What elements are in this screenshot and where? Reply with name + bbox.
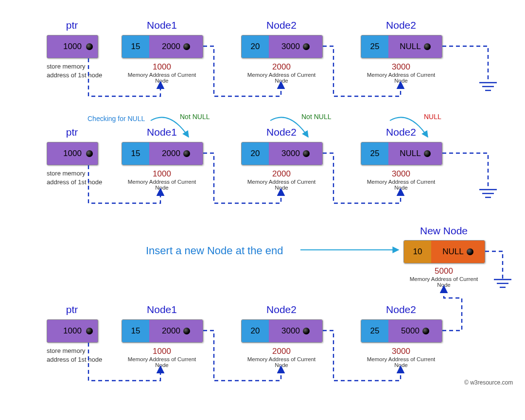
node-box-r1-0: 15 2000 bbox=[122, 35, 203, 58]
memcap-r3-0: Memory Address of Current Node bbox=[122, 356, 202, 368]
ptr-value-r1: 1000 bbox=[63, 42, 82, 52]
copyright-text: © w3resource.com bbox=[464, 379, 513, 386]
node-data: 25 bbox=[361, 320, 388, 342]
node-data: 15 bbox=[122, 142, 149, 165]
node-box-r1-1: 20 3000 bbox=[241, 35, 323, 58]
node-ptr-val: 3000 bbox=[281, 326, 300, 336]
memcap-r1-2: Memory Address of Current Node bbox=[361, 72, 441, 84]
dot-icon bbox=[183, 150, 190, 157]
dot-icon bbox=[303, 328, 310, 334]
memcap-new: Memory Address of Current Node bbox=[403, 276, 484, 288]
node-box-r2-1: 20 3000 bbox=[241, 142, 323, 165]
dot-icon bbox=[422, 328, 429, 334]
node-ptr: 2000 bbox=[149, 320, 203, 342]
node-addr-r3-2: 3000 bbox=[361, 347, 441, 356]
node-ptr-val: 2000 bbox=[162, 42, 180, 52]
dot-icon bbox=[424, 43, 431, 50]
node-ptr-val: 3000 bbox=[281, 149, 300, 158]
node-ptr: NULL bbox=[431, 241, 485, 263]
node-data: 15 bbox=[122, 35, 149, 58]
node-addr-r1-2: 3000 bbox=[361, 62, 441, 72]
ptr-label-r3: ptr bbox=[52, 304, 91, 315]
node-box-r3-0: 15 2000 bbox=[122, 319, 203, 343]
node-ptr: 5000 bbox=[388, 320, 442, 342]
notnull-label-1: Not NULL bbox=[301, 113, 331, 121]
node-data: 20 bbox=[242, 320, 269, 342]
node2-title-r3: Node2 bbox=[241, 304, 322, 315]
node-addr-r1-0: 1000 bbox=[122, 62, 202, 72]
ptr-value-r2: 1000 bbox=[63, 149, 82, 158]
node-box-r1-2: 25 NULL bbox=[361, 35, 442, 58]
node-ptr-val: NULL bbox=[442, 247, 463, 257]
node-data: 25 bbox=[361, 35, 388, 58]
memcap-r2-2: Memory Address of Current Node bbox=[361, 179, 441, 191]
node-ptr-val: 2000 bbox=[162, 326, 180, 336]
node-ptr-val: 3000 bbox=[281, 42, 300, 52]
node-box-r2-0: 15 2000 bbox=[122, 142, 203, 165]
memcap-r3-1: Memory Address of Current Node bbox=[241, 356, 322, 368]
node3-title-r3: Node2 bbox=[361, 304, 441, 315]
ptr-value-r3: 1000 bbox=[63, 326, 82, 336]
node-ptr-val: 2000 bbox=[162, 149, 180, 158]
node-ptr-val: NULL bbox=[400, 149, 420, 158]
node-ptr: 3000 bbox=[269, 35, 322, 58]
null-label: NULL bbox=[424, 113, 441, 121]
node-ptr: 2000 bbox=[149, 35, 203, 58]
dot-icon bbox=[86, 328, 93, 334]
notnull-label-0: Not NULL bbox=[180, 113, 210, 121]
dot-icon bbox=[303, 150, 310, 157]
node-ptr: 3000 bbox=[269, 320, 322, 342]
ptr-box-r1: 1000 bbox=[47, 35, 98, 58]
memcap-r3-2: Memory Address of Current Node bbox=[361, 356, 441, 368]
dot-icon bbox=[467, 248, 473, 255]
ptr-box-r3: 1000 bbox=[47, 319, 98, 343]
ptr-caption-r3: store memory address of 1st node bbox=[47, 347, 105, 364]
node-ptr-val: NULL bbox=[400, 42, 420, 52]
node-ptr: 3000 bbox=[269, 142, 322, 165]
dot-icon bbox=[183, 43, 190, 50]
newnode-addr: 5000 bbox=[403, 266, 484, 276]
node-addr-r2-2: 3000 bbox=[361, 169, 441, 179]
memcap-r2-1: Memory Address of Current Node bbox=[241, 179, 322, 191]
dot-icon bbox=[86, 43, 93, 50]
node3-title-r1: Node2 bbox=[361, 19, 441, 31]
newnode-title: New Node bbox=[403, 225, 484, 237]
ptr-box-r2: 1000 bbox=[47, 142, 98, 165]
dot-icon bbox=[183, 328, 190, 334]
node-data: 20 bbox=[242, 142, 269, 165]
node-addr-r3-0: 1000 bbox=[122, 347, 202, 356]
ptr-label-r1: ptr bbox=[52, 19, 91, 31]
newnode-box: 10 NULL bbox=[403, 240, 485, 263]
node-data: 25 bbox=[361, 142, 388, 165]
ptr-caption-r2: store memory address of 1st node bbox=[47, 169, 105, 187]
node2-title-r2: Node2 bbox=[241, 126, 322, 138]
node-addr-r3-1: 2000 bbox=[241, 347, 322, 356]
node-addr-r2-0: 1000 bbox=[122, 169, 202, 179]
checking-label: Checking for NULL bbox=[88, 115, 145, 122]
dot-icon bbox=[303, 43, 310, 50]
dot-icon bbox=[86, 150, 93, 157]
node-box-r3-2: 25 5000 bbox=[361, 319, 442, 343]
node-addr-r1-1: 2000 bbox=[241, 62, 322, 72]
node1-title-r2: Node1 bbox=[122, 126, 202, 138]
node-ptr: NULL bbox=[388, 35, 442, 58]
node-box-r3-1: 20 3000 bbox=[241, 319, 323, 343]
memcap-r1-1: Memory Address of Current Node bbox=[241, 72, 322, 84]
node1-title-r3: Node1 bbox=[122, 304, 202, 315]
dot-icon bbox=[424, 150, 431, 157]
node3-title-r2: Node2 bbox=[361, 126, 441, 138]
insert-text: Insert a new Node at the end bbox=[146, 245, 283, 257]
ptr-caption-r1: store memory address of 1st node bbox=[47, 62, 105, 80]
ptr-label-r2: ptr bbox=[52, 126, 91, 138]
node1-title-r1: Node1 bbox=[122, 19, 202, 31]
node-ptr-val: 5000 bbox=[401, 326, 420, 336]
node-data: 15 bbox=[122, 320, 149, 342]
node-data: 20 bbox=[242, 35, 269, 58]
node-box-r2-2: 25 NULL bbox=[361, 142, 442, 165]
node2-title-r1: Node2 bbox=[241, 19, 322, 31]
memcap-r1-0: Memory Address of Current Node bbox=[122, 72, 202, 84]
memcap-r2-0: Memory Address of Current Node bbox=[122, 179, 202, 191]
node-data: 10 bbox=[404, 241, 431, 263]
node-ptr: 2000 bbox=[149, 142, 203, 165]
node-ptr: NULL bbox=[388, 142, 442, 165]
